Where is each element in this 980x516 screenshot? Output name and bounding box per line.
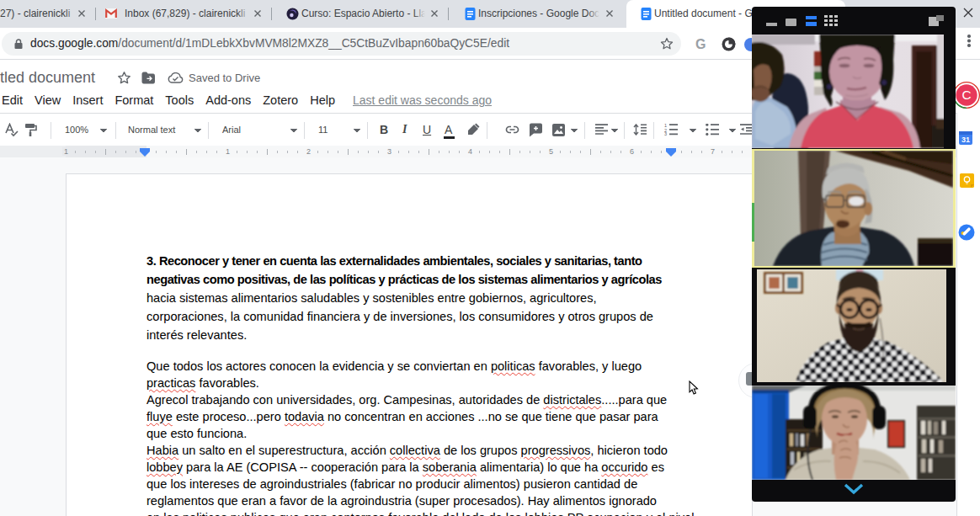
svg-text:3: 3 (664, 131, 667, 136)
svg-text:31: 31 (961, 136, 970, 144)
svg-text:C: C (961, 88, 971, 102)
